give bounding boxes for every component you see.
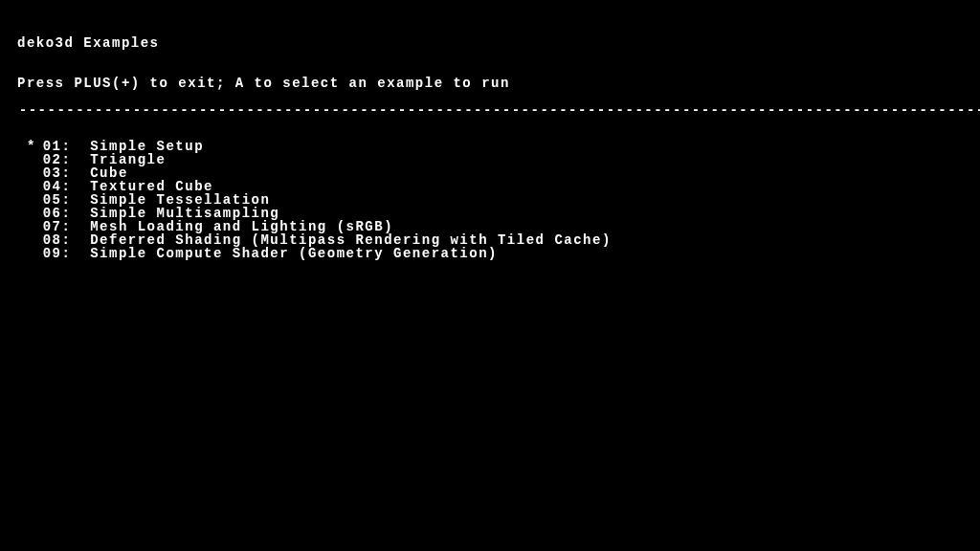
item-number: 03: xyxy=(33,166,81,180)
selection-marker xyxy=(17,153,33,166)
list-item[interactable]: 06: Simple Multisampling xyxy=(17,207,963,220)
list-item[interactable]: 02: Triangle xyxy=(17,153,963,166)
item-number: 06: xyxy=(33,207,81,220)
selection-marker xyxy=(17,180,33,193)
instructions-text: Press PLUS(+) to exit; A to select an ex… xyxy=(17,77,963,90)
list-item[interactable]: 05: Simple Tessellation xyxy=(17,193,963,207)
app-title: deko3d Examples xyxy=(17,36,963,50)
item-number: 07: xyxy=(33,220,81,233)
list-item[interactable]: 09: Simple Compute Shader (Geometry Gene… xyxy=(17,247,963,260)
list-item[interactable]: 03: Cube xyxy=(17,166,963,180)
item-number: 08: xyxy=(33,233,81,247)
selection-marker xyxy=(17,233,33,247)
selection-marker xyxy=(17,247,33,260)
item-number: 04: xyxy=(33,180,81,193)
item-number: 01: xyxy=(33,140,81,153)
selection-marker: * xyxy=(17,140,33,153)
item-number: 02: xyxy=(33,153,81,166)
selection-marker xyxy=(17,207,33,220)
selection-marker xyxy=(17,220,33,233)
selection-marker xyxy=(17,193,33,207)
item-label: Simple Compute Shader (Geometry Generati… xyxy=(80,246,498,261)
item-number: 05: xyxy=(33,193,81,207)
selection-marker xyxy=(17,166,33,180)
console-screen: deko3d Examples Press PLUS(+) to exit; A… xyxy=(0,0,980,283)
list-item[interactable]: 08: Deferred Shading (Multipass Renderin… xyxy=(17,233,963,247)
list-item[interactable]: 04: Textured Cube xyxy=(17,180,963,193)
list-item[interactable]: * 01: Simple Setup xyxy=(17,140,963,153)
item-number: 09: xyxy=(33,247,81,260)
list-item[interactable]: 07: Mesh Loading and Lighting (sRGB) xyxy=(17,220,963,233)
horizontal-divider: ----------------------------------------… xyxy=(19,102,980,118)
example-list[interactable]: * 01: Simple Setup 02: Triangle 03: Cube… xyxy=(17,140,963,260)
